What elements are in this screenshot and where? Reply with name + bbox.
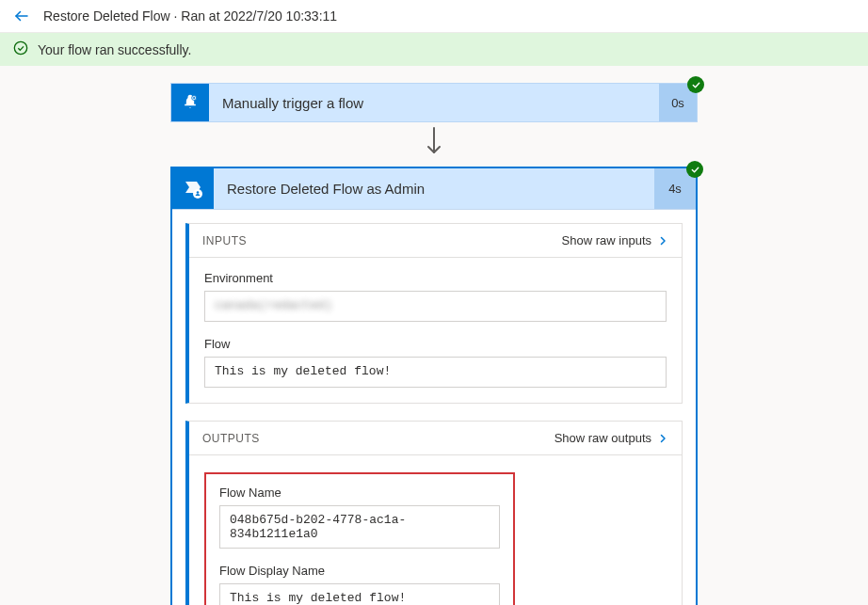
- action-title: Restore Deleted Flow as Admin: [214, 168, 654, 209]
- trigger-card[interactable]: Manually trigger a flow 0s: [170, 83, 698, 122]
- inputs-section: Inputs Show raw inputs Environment canad…: [185, 223, 683, 404]
- action-card[interactable]: Restore Deleted Flow as Admin 4s Inputs …: [170, 167, 698, 605]
- flow-value: This is my deleted flow!: [204, 357, 667, 388]
- page-title: Restore Deleted Flow · Ran at 2022/7/20 …: [43, 8, 337, 24]
- flow-display-name-field: Flow Display Name This is my deleted flo…: [219, 564, 500, 605]
- action-header: Restore Deleted Flow as Admin 4s: [172, 168, 696, 210]
- flow-name-value: 048b675d-b202-4778-ac1a-834b1211e1a0: [219, 505, 500, 549]
- outputs-body: Flow Name 048b675d-b202-4778-ac1a-834b12…: [189, 455, 682, 605]
- chevron-right-icon: [657, 433, 668, 444]
- success-check-icon: [13, 40, 28, 58]
- action-icon: [172, 168, 214, 209]
- show-raw-outputs-text: Show raw outputs: [555, 431, 651, 445]
- inputs-body: Environment canada(redacted) Flow This i…: [189, 258, 682, 403]
- flow-field: Flow This is my deleted flow!: [204, 337, 667, 388]
- environment-field: Environment canada(redacted): [204, 271, 667, 322]
- environment-label: Environment: [204, 271, 667, 285]
- back-arrow-icon[interactable]: [13, 8, 30, 24]
- flow-name-label: Flow Name: [219, 486, 500, 500]
- trigger-title: Manually trigger a flow: [209, 84, 659, 121]
- environment-value: canada(redacted): [204, 291, 667, 322]
- flow-display-name-label: Flow Display Name: [219, 564, 500, 578]
- connector-arrow-icon: [423, 126, 445, 163]
- svg-point-1: [14, 41, 26, 54]
- outputs-section: Outputs Show raw outputs Flow Name 048b6…: [185, 421, 683, 605]
- action-body: Inputs Show raw inputs Environment canad…: [172, 210, 696, 605]
- flow-canvas: Manually trigger a flow 0s Restore Delet…: [0, 66, 868, 605]
- inputs-label: Inputs: [202, 234, 247, 247]
- success-badge-icon: [687, 76, 704, 93]
- header-bar: Restore Deleted Flow · Ran at 2022/7/20 …: [0, 0, 868, 33]
- outputs-label: Outputs: [202, 432, 260, 445]
- inputs-header: Inputs Show raw inputs: [189, 224, 682, 258]
- success-badge-icon: [686, 161, 703, 178]
- flow-name-field: Flow Name 048b675d-b202-4778-ac1a-834b12…: [219, 486, 500, 549]
- success-banner: Your flow ran successfully.: [0, 33, 868, 66]
- flow-label: Flow: [204, 337, 667, 351]
- chevron-right-icon: [657, 235, 668, 247]
- svg-point-3: [189, 96, 191, 98]
- outputs-highlight-box: Flow Name 048b675d-b202-4778-ac1a-834b12…: [204, 472, 515, 605]
- svg-point-6: [197, 191, 200, 194]
- trigger-icon: [171, 84, 209, 121]
- outputs-header: Outputs Show raw outputs: [189, 422, 682, 455]
- show-raw-inputs-text: Show raw inputs: [562, 233, 651, 247]
- show-raw-inputs-link[interactable]: Show raw inputs: [562, 233, 668, 247]
- flow-display-name-value: This is my deleted flow!: [219, 583, 500, 605]
- success-message: Your flow ran successfully.: [38, 42, 191, 57]
- show-raw-outputs-link[interactable]: Show raw outputs: [555, 431, 668, 445]
